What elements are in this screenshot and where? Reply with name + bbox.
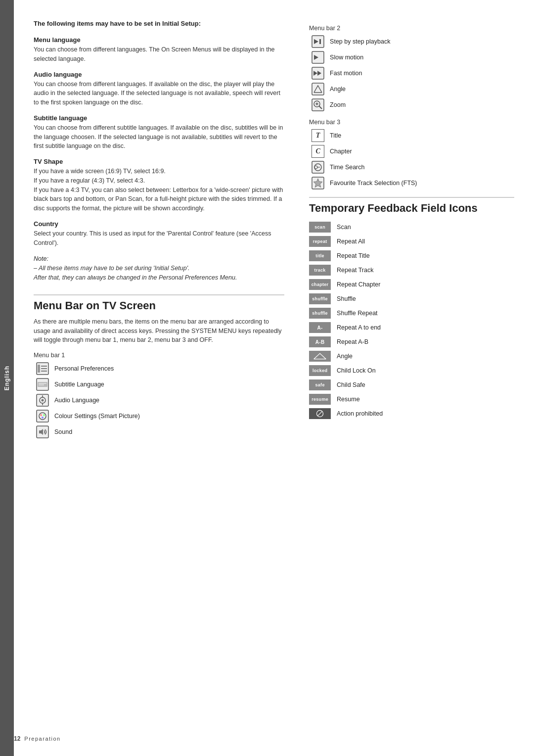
feedback-child-safe: safe Child Safe [309, 379, 514, 390]
menu-item-fts: Favourite Track Selection (FTS) [311, 176, 514, 190]
menu-item-sound: Sound [36, 425, 284, 439]
menu-item-colour: Colour Settings (Smart Picture) [36, 409, 284, 423]
menu-item-personal-prefs: Personal Preferences [36, 362, 284, 376]
main-content: The following items may have to be set i… [14, 0, 534, 756]
tv-shape-title: TV Shape [34, 158, 284, 165]
menu-bar-3-items: T Title C Chapter [311, 129, 514, 190]
a-end-badge: A- [309, 322, 331, 333]
section-subtitle-language: Subtitle language You can choose from di… [34, 114, 284, 151]
repeat-title-label: Repeat Title [337, 252, 370, 259]
menu-item-slow: Slow motion [311, 50, 514, 64]
zoom-label: Zoom [330, 101, 346, 108]
menu-item-chapter: C Chapter [311, 144, 514, 158]
feedback-repeat-track: track Repeat Track [309, 265, 514, 276]
tv-shape-body: If you have a wide screen (16:9) TV, sel… [34, 167, 284, 213]
menu-item-angle: Angle [311, 82, 514, 96]
section-tv-shape: TV Shape If you have a wide screen (16:9… [34, 158, 284, 213]
sound-icon [36, 425, 49, 439]
note-text: – All these items may have to be set dur… [34, 264, 284, 283]
child-lock-label: Child Lock On [337, 367, 376, 374]
sound-label: Sound [54, 428, 72, 435]
resume-label: Resume [337, 396, 360, 403]
shuffle-label: Shuffle [337, 295, 356, 302]
menu-bar-3-label: Menu bar 3 [309, 119, 514, 126]
scan-badge: scan [309, 222, 331, 233]
resume-badge: resume [309, 394, 331, 405]
menu-item-step: Step by step playback [311, 35, 514, 48]
shuffle-badge: shuffle [309, 293, 331, 304]
menu-bar-1-items: Personal Preferences Subtitle Language [36, 362, 284, 439]
feedback-list: scan Scan repeat Repeat All title Repeat… [309, 222, 514, 419]
track-badge: track [309, 265, 331, 276]
angle-label: Angle [330, 86, 346, 93]
menu-item-fast: Fast motion [311, 66, 514, 80]
svg-rect-6 [38, 382, 47, 387]
menu-item-title: T Title [311, 129, 514, 142]
menu-language-title: Menu language [34, 36, 284, 44]
chapter-icon: C [311, 144, 325, 158]
svg-rect-1 [38, 365, 40, 373]
country-title: Country [34, 220, 284, 228]
intro-title: The following items may have to be set i… [34, 20, 284, 27]
locked-badge: locked [309, 365, 331, 376]
chapter-label: Chapter [330, 148, 352, 155]
fts-label: Favourite Track Selection (FTS) [330, 180, 417, 187]
feedback-resume: resume Resume [309, 394, 514, 405]
subtitle-language-title: Subtitle language [34, 114, 284, 122]
colour-label: Colour Settings (Smart Picture) [54, 413, 140, 420]
svg-rect-14 [37, 410, 48, 422]
repeat-chapter-label: Repeat Chapter [337, 281, 380, 288]
angle-feedback-badge [309, 351, 331, 362]
sidebar-tab: English [0, 0, 14, 756]
feedback-shuffle: shuffle Shuffle [309, 293, 514, 304]
audio-icon [36, 393, 49, 407]
audio-label: Audio Language [54, 397, 99, 404]
repeat-badge: repeat [309, 236, 331, 247]
section-audio-language: Audio language You can choose from diffe… [34, 71, 284, 107]
section-country: Country Select your country. This is use… [34, 220, 284, 248]
feedback-section-title: Temporary Feedback Field Icons [309, 197, 514, 215]
intro-box: The following items may have to be set i… [34, 20, 284, 27]
svg-point-11 [42, 399, 44, 402]
page-wrapper: English The following items may have to … [0, 0, 534, 756]
fts-icon [311, 176, 325, 190]
audio-language-title: Audio language [34, 71, 284, 78]
personal-prefs-icon [36, 362, 49, 376]
menu-item-zoom: Zoom [311, 98, 514, 112]
prohibited-badge [309, 408, 331, 419]
audio-language-body: You can choose from different languages.… [34, 80, 284, 107]
shuffle-repeat-badge: shuffle [309, 308, 331, 319]
personal-prefs-label: Personal Preferences [54, 365, 114, 372]
svg-point-16 [40, 414, 42, 416]
slow-motion-label: Slow motion [330, 54, 363, 61]
section-menu-language: Menu language You can choose from differ… [34, 36, 284, 64]
menu-bar-section-title: Menu Bar on TV Screen [34, 294, 284, 312]
repeat-track-label: Repeat Track [337, 267, 373, 274]
menu-item-time-search: Time Search [311, 160, 514, 174]
right-column: Menu bar 2 Step by step playback [304, 20, 514, 736]
subtitle-icon [36, 378, 49, 391]
ab-badge: A-B [309, 336, 331, 347]
fast-motion-icon [311, 66, 325, 80]
menu-item-audio: Audio Language [36, 393, 284, 407]
svg-point-18 [42, 417, 44, 419]
note-block: Note: – All these items may have to be s… [34, 255, 284, 283]
feedback-angle: Angle [309, 351, 514, 362]
feedback-prohibited: Action prohibited [309, 408, 514, 419]
menu-bar-2-items: Step by step playback Slow motion [311, 35, 514, 112]
zoom-icon [311, 98, 325, 112]
fast-motion-label: Fast motion [330, 70, 362, 77]
svg-point-17 [43, 414, 45, 416]
time-search-icon [311, 160, 325, 174]
country-body: Select your country. This is used as inp… [34, 229, 284, 248]
repeat-ab-label: Repeat A-B [337, 338, 368, 345]
feedback-repeat-all: repeat Repeat All [309, 236, 514, 247]
step-playback-icon [311, 35, 325, 48]
page-section: Preparation [24, 736, 60, 742]
svg-line-44 [317, 411, 322, 416]
menu-bar-1-label: Menu bar 1 [34, 352, 284, 359]
chapter-badge: chapter [309, 279, 331, 290]
child-safe-label: Child Safe [337, 381, 365, 388]
menu-language-body: You can choose from different languages.… [34, 45, 284, 64]
colour-icon [36, 409, 49, 423]
